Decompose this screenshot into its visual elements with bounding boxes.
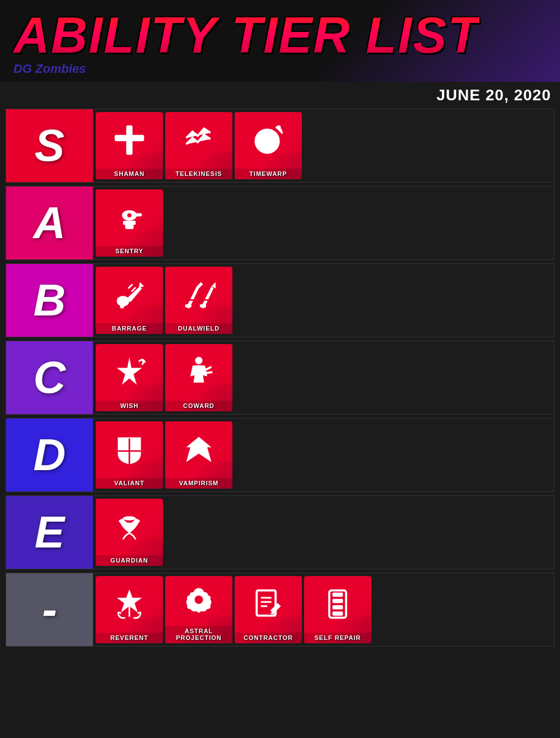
tier-content-c: WISH COWARD (93, 341, 554, 414)
ability-icon-wrap (165, 112, 232, 169)
svg-point-17 (123, 516, 136, 521)
tier-label-c: C (6, 341, 93, 414)
tier-label-d: D (6, 419, 93, 491)
ability-label: WISH (96, 401, 163, 411)
ability-label: CONTRACTOR (235, 633, 302, 643)
header: ABILITY TIER LIST DG Zombies (0, 0, 560, 82)
tier-content-a: SENTRY (93, 187, 554, 259)
title-text: ABILITY TIER LIST (13, 10, 479, 61)
ability-label: BARRAGE (96, 323, 163, 334)
ability-label: TELEKINESIS (165, 169, 232, 179)
tier-row-b: B BARRAGE (6, 263, 554, 337)
ability-card-guardian[interactable]: GUARDIAN (96, 499, 163, 566)
svg-rect-11 (185, 304, 192, 307)
ability-label: ASTRAL PROJECTION (165, 626, 232, 643)
ability-icon-wrap (96, 344, 163, 401)
ability-card-sentry[interactable]: SENTRY (96, 189, 163, 257)
ability-icon-wrap (96, 267, 163, 323)
tier-row-c: C WISH COWARD (6, 341, 554, 415)
tier-content-none: REVERENT ASTRAL PROJECTION CONTRACTOR (93, 573, 554, 646)
ability-icon-wrap (165, 344, 232, 401)
svg-rect-5 (125, 224, 134, 229)
ability-icon-wrap (96, 189, 163, 246)
ability-card-contractor[interactable]: CONTRACTOR (235, 576, 302, 643)
page-title: ABILITY TIER LIST (13, 10, 479, 61)
tier-content-d: VALIANT VAMPIRISM (93, 419, 554, 491)
svg-rect-7 (134, 213, 142, 216)
date-label: JUNE 20, 2020 (0, 82, 560, 109)
svg-point-18 (195, 595, 203, 604)
ability-card-astral[interactable]: ASTRAL PROJECTION (165, 576, 232, 643)
tier-row-s: S SHAMAN TELEKINESIS (6, 109, 554, 183)
ability-card-timewarp[interactable]: TIMEWARP (235, 112, 302, 179)
tier-label-a: A (6, 187, 93, 259)
tier-row-d: D VALIANT VAMPIRISM (6, 418, 554, 492)
svg-point-3 (277, 125, 281, 129)
ability-icon-wrap (235, 576, 302, 633)
ability-card-reverent[interactable]: REVERENT (96, 576, 163, 643)
svg-marker-15 (117, 357, 142, 384)
svg-rect-27 (333, 611, 343, 616)
ability-label: SENTRY (96, 246, 163, 257)
ability-label: DUALWIELD (165, 323, 232, 334)
ability-icon-wrap (96, 576, 163, 633)
ability-card-vampirism[interactable]: VAMPIRISM (165, 421, 232, 489)
tier-content-b: BARRAGE DUALWIELD (93, 264, 554, 337)
svg-rect-26 (333, 605, 343, 609)
ability-label: GUARDIAN (96, 555, 163, 566)
svg-rect-24 (333, 592, 343, 597)
ability-icon-wrap (235, 112, 302, 169)
ability-icon-wrap (96, 499, 163, 555)
tier-label-none: - (6, 573, 93, 646)
ability-label: REVERENT (96, 633, 163, 643)
tier-label-e: E (6, 496, 93, 569)
ability-icon-wrap (96, 112, 163, 169)
ability-label: COWARD (165, 401, 232, 411)
subtitle: DG Zombies (13, 62, 547, 76)
tier-row-none: - REVERENT ASTRAL PROJECTION (6, 573, 554, 647)
tier-row-a: A SENTRY (6, 186, 554, 260)
tier-label-b: B (6, 264, 93, 337)
tier-content-s: SHAMAN TELEKINESIS TIMEWARP (93, 109, 554, 182)
ability-card-telekinesis[interactable]: TELEKINESIS (165, 112, 232, 179)
ability-label: VALIANT (96, 478, 163, 489)
ability-card-shaman[interactable]: SHAMAN (96, 112, 163, 179)
ability-card-selfrepair[interactable]: SELF REPAIR (304, 576, 371, 643)
svg-rect-1 (115, 134, 144, 141)
ability-icon-wrap (165, 576, 232, 626)
svg-rect-25 (333, 598, 343, 603)
svg-point-16 (195, 356, 202, 364)
ability-card-coward[interactable]: COWARD (165, 344, 232, 411)
ability-card-dualwield[interactable]: DUALWIELD (165, 267, 232, 334)
svg-point-8 (127, 213, 132, 217)
ability-label: SELF REPAIR (304, 633, 371, 643)
ability-icon-wrap (96, 421, 163, 478)
ability-card-valiant[interactable]: VALIANT (96, 421, 163, 489)
tier-content-e: GUARDIAN (93, 496, 554, 569)
ability-card-wish[interactable]: WISH (96, 344, 163, 411)
svg-rect-12 (200, 304, 206, 307)
ability-card-barrage[interactable]: BARRAGE (96, 267, 163, 334)
ability-label: SHAMAN (96, 169, 163, 179)
tier-row-e: E GUARDIAN (6, 495, 554, 569)
ability-label: VAMPIRISM (165, 478, 232, 489)
ability-label: TIMEWARP (235, 169, 302, 179)
tier-label-s: S (6, 109, 93, 182)
ability-icon-wrap (165, 267, 232, 323)
tier-list: S SHAMAN TELEKINESIS (0, 109, 560, 656)
ability-icon-wrap (165, 421, 232, 478)
ability-icon-wrap (304, 576, 371, 633)
svg-point-10 (120, 304, 124, 308)
